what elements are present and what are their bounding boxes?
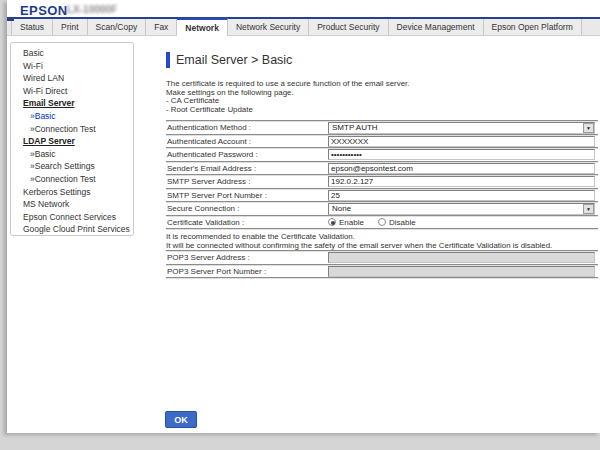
sidebar-item-basic[interactable]: »Basic (11, 110, 133, 123)
form-row-certificate-validation: Certificate Validation :EnableDisable (166, 215, 598, 229)
tab-network-security[interactable]: Network Security (228, 18, 309, 35)
radio-enable-icon (328, 218, 336, 226)
description: The certificate is required to use a sec… (166, 80, 598, 114)
form-row-authenticated-account: Authenticated Account : (166, 134, 598, 148)
label-authentication-method: Authentication Method : (166, 123, 328, 132)
control-senders-email-address (328, 163, 598, 174)
radio-option-enable[interactable]: Enable (328, 218, 364, 227)
epson-logo: EPSON (20, 3, 68, 18)
control-pop3-server-port-number (328, 266, 598, 277)
page-title: Email Server > Basic (176, 53, 292, 67)
settings-table: Authentication Method :SMTP AUTH▼Authent… (166, 120, 598, 230)
sidebar-item-wi-fi[interactable]: Wi-Fi (11, 60, 133, 73)
sidebar-item-basic[interactable]: »Basic (11, 148, 133, 161)
tab-print[interactable]: Print (53, 18, 87, 35)
description-line: - Root Certificate Update (166, 106, 598, 115)
form-row-pop3-server-address: POP3 Server Address : (166, 250, 598, 264)
sidebar-item-epson-connect-services[interactable]: Epson Connect Services (11, 211, 133, 224)
label-secure-connection: Secure Connection : (166, 204, 328, 213)
sidebar-item-search-settings[interactable]: »Search Settings (11, 160, 133, 173)
radio-disable-label: Disable (389, 218, 416, 227)
certificate-validation-note: It is recommended to enable the Certific… (166, 233, 598, 250)
sidebar-item-wi-fi-direct[interactable]: Wi-Fi Direct (11, 85, 133, 98)
tab-epson-open-platform[interactable]: Epson Open Platform (484, 18, 582, 35)
control-authentication-method: SMTP AUTH▼ (328, 122, 598, 134)
control-certificate-validation: EnableDisable (328, 218, 598, 227)
sidebar-item-ldap-server[interactable]: LDAP Server (11, 135, 133, 148)
form-row-senders-email-address: Sender's Email Address : (166, 161, 598, 175)
secure-connection-selected-value: None (329, 204, 351, 213)
title-row: Email Server > Basic (166, 51, 598, 68)
label-smtp-server-address: SMTP Server Address : (166, 177, 328, 186)
tab-status[interactable]: Status (11, 18, 53, 35)
sidebar-item-basic[interactable]: Basic (11, 47, 133, 60)
tab-scan-copy[interactable]: Scan/Copy (88, 18, 147, 35)
secure-connection-select[interactable]: None▼ (328, 203, 595, 215)
radio-enable-label: Enable (339, 218, 364, 227)
header: EPSON LX-10000F (7, 0, 600, 19)
authenticated-password-input[interactable] (328, 149, 595, 160)
sidebar-item-google-cloud-print-services[interactable]: Google Cloud Print Services (11, 223, 133, 236)
sidebar-item-email-server[interactable]: Email Server (11, 97, 133, 110)
ok-button[interactable]: OK (165, 411, 197, 428)
form-row-authenticated-password: Authenticated Password : (166, 147, 598, 161)
form-row-secure-connection: Secure Connection :None▼ (166, 201, 598, 215)
label-certificate-validation: Certificate Validation : (166, 218, 328, 227)
authenticated-account-input[interactable] (328, 136, 595, 147)
web-config-page: EPSON LX-10000F StatusPrintScan/CopyFaxN… (7, 0, 600, 433)
form-row-authentication-method: Authentication Method :SMTP AUTH▼ (166, 120, 598, 134)
tab-product-security[interactable]: Product Security (309, 18, 388, 35)
sidebar-item-wired-lan[interactable]: Wired LAN (11, 72, 133, 85)
tab-bar: StatusPrintScan/CopyFaxNetworkNetwork Se… (7, 19, 600, 36)
control-pop3-server-address (328, 252, 598, 263)
control-secure-connection: None▼ (328, 203, 598, 215)
label-authenticated-account: Authenticated Account : (166, 137, 328, 146)
model-name-blurred: LX-10000F (67, 4, 117, 15)
form-row-pop3-server-port-number: POP3 Server Port Number : (166, 264, 598, 278)
authentication-method-selected-value: SMTP AUTH (329, 123, 378, 132)
form-row-smtp-server-address: SMTP Server Address : (166, 174, 598, 188)
label-senders-email-address: Sender's Email Address : (166, 164, 328, 173)
pop3-server-port-number-input (328, 266, 595, 277)
radio-disable-icon (378, 218, 386, 226)
smtp-server-address-input[interactable] (328, 176, 595, 187)
senders-email-address-input[interactable] (328, 163, 595, 174)
control-smtp-server-address (328, 176, 598, 187)
tab-fax[interactable]: Fax (146, 18, 177, 35)
sidebar-item-kerberos-settings[interactable]: Kerberos Settings (11, 186, 133, 199)
sidebar-item-connection-test[interactable]: »Connection Test (11, 173, 133, 186)
header-rule (7, 19, 14, 21)
pop3-server-address-input (328, 252, 595, 263)
control-authenticated-password (328, 149, 598, 160)
note-line: It will be connected without confirming … (166, 242, 598, 251)
description-line: Make settings on the following page. (166, 89, 598, 98)
label-pop3-server-port-number: POP3 Server Port Number : (166, 267, 328, 276)
pop3-settings-table: POP3 Server Address :POP3 Server Port Nu… (166, 250, 598, 279)
authentication-method-select[interactable]: SMTP AUTH▼ (328, 122, 595, 134)
control-authenticated-account (328, 136, 598, 147)
sidebar-item-connection-test[interactable]: »Connection Test (11, 123, 133, 136)
title-accent-bar (166, 52, 170, 68)
label-pop3-server-address: POP3 Server Address : (166, 253, 328, 262)
tab-device-management[interactable]: Device Management (389, 18, 484, 35)
control-smtp-server-port-number (328, 190, 598, 201)
radio-option-disable[interactable]: Disable (378, 218, 416, 227)
smtp-server-port-number-input[interactable] (328, 190, 595, 201)
dropdown-arrow-icon[interactable]: ▼ (583, 123, 594, 133)
dropdown-arrow-icon[interactable]: ▼ (583, 204, 594, 214)
label-smtp-server-port-number: SMTP Server Port Number : (166, 191, 328, 200)
main-content: Email Server > Basic The certificate is … (166, 38, 598, 279)
label-authenticated-password: Authenticated Password : (166, 150, 328, 159)
sidebar-item-ms-network[interactable]: MS Network (11, 198, 133, 211)
sidebar-nav: BasicWi-FiWired LANWi-Fi DirectEmail Ser… (10, 42, 134, 236)
tab-network[interactable]: Network (177, 18, 228, 36)
form-row-smtp-server-port-number: SMTP Server Port Number : (166, 188, 598, 202)
